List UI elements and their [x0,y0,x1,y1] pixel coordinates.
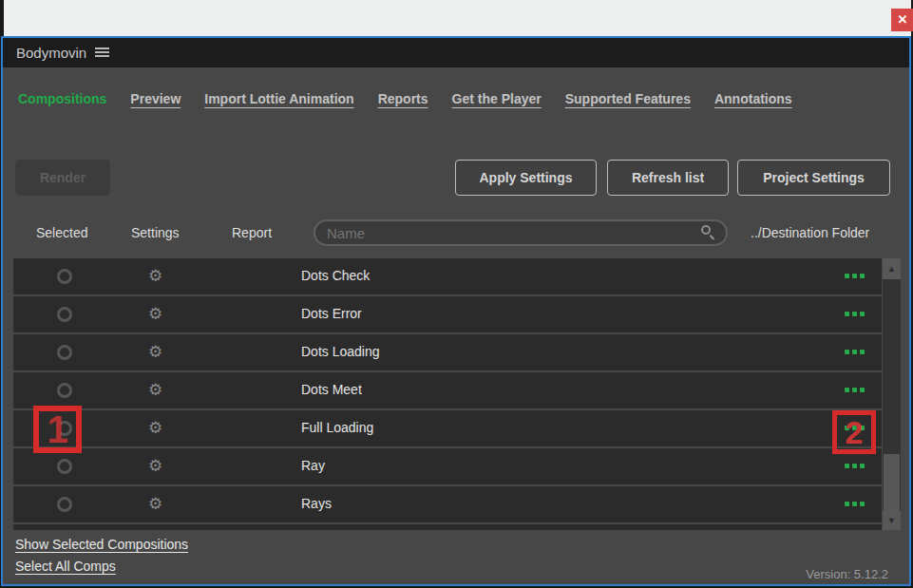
screen: ✕ Bodymovin Compositions Preview Import … [0,0,913,588]
gear-icon[interactable]: ⚙ [148,267,162,286]
scrollbar-thumb[interactable] [884,454,900,513]
column-selected: Selected [36,225,87,240]
os-titlebar: ✕ [4,0,911,36]
row-menu-icon[interactable] [845,350,865,354]
gear-icon[interactable]: ⚙ [148,381,162,400]
gear-icon[interactable]: ⚙ [148,343,162,362]
gear-icon[interactable]: ⚙ [148,305,162,324]
row-menu-icon[interactable] [845,312,865,316]
tab-bar: Compositions Preview Import Lottie Anima… [18,91,900,106]
app-title: Bodymovin [16,38,86,67]
row-menu-icon[interactable] [845,464,865,468]
list-column-header: Selected Settings Report ../Destination … [3,219,909,248]
row-menu-icon[interactable] [845,426,865,430]
select-all-comps-link[interactable]: Select All Comps [15,559,116,574]
composition-row: ⚙ Dots Check [13,258,882,294]
search-icon [701,225,716,240]
select-radio[interactable] [57,459,72,474]
scroll-up-icon[interactable]: ▲ [883,258,901,279]
scroll-down-icon[interactable]: ▼ [883,511,901,530]
composition-row: ⚙ Dots Loading [13,334,882,370]
close-icon[interactable]: ✕ [891,9,913,31]
composition-row: ⚙ Ray [13,448,882,484]
refresh-list-button[interactable]: Refresh list [607,160,729,196]
bodymovin-window: Bodymovin Compositions Preview Import Lo… [1,36,911,586]
select-radio[interactable] [57,421,72,436]
composition-name: Ray [301,458,325,473]
gear-icon[interactable]: ⚙ [148,419,162,438]
composition-name: Dots Loading [301,344,380,359]
render-button[interactable]: Render [15,160,110,196]
column-settings: Settings [131,225,180,240]
row-menu-icon[interactable] [845,388,865,392]
select-radio[interactable] [57,345,72,360]
version-label: Version: 5.12.2 [806,567,888,581]
destination-folder-link[interactable]: ../Destination Folder [751,225,869,240]
composition-name: Rays [301,496,332,511]
tab-annotations[interactable]: Annotations [714,91,792,106]
plugin-headerbar: Bodymovin [3,38,909,67]
composition-name: Dots Meet [301,382,362,397]
show-selected-compositions-link[interactable]: Show Selected Compositions [15,537,188,552]
partial-row [13,524,882,530]
tab-preview[interactable]: Preview [130,91,181,106]
row-menu-icon[interactable] [845,274,865,278]
composition-name: Dots Check [301,268,370,283]
gear-icon[interactable]: ⚙ [148,457,162,476]
select-radio[interactable] [57,383,72,398]
composition-row: ⚙ Full Loading [13,410,882,446]
composition-name: Dots Error [301,306,362,321]
menu-icon[interactable] [95,47,109,58]
search-input[interactable] [327,221,697,244]
tab-import-lottie-animation[interactable]: Import Lottie Animation [204,91,353,106]
select-radio[interactable] [57,307,72,322]
select-radio[interactable] [57,269,72,284]
apply-settings-button[interactable]: Apply Settings [455,160,597,196]
row-menu-icon[interactable] [845,502,865,506]
tab-compositions[interactable]: Compositions [18,91,106,106]
select-radio[interactable] [57,497,72,512]
name-search-box [314,219,728,246]
tab-get-the-player[interactable]: Get the Player [452,91,542,106]
composition-row: ⚙ Dots Error [13,296,882,332]
tab-supported-features[interactable]: Supported Features [565,91,691,106]
column-report: Report [232,225,272,240]
tab-reports[interactable]: Reports [378,91,428,106]
gear-icon[interactable]: ⚙ [148,495,162,514]
composition-row: ⚙ Dots Meet [13,372,882,408]
project-settings-button[interactable]: Project Settings [737,160,890,196]
list-scrollbar[interactable]: ▲ ▼ [883,258,901,530]
composition-name: Full Loading [301,420,373,435]
composition-row: ⚙ Rays [13,486,882,522]
